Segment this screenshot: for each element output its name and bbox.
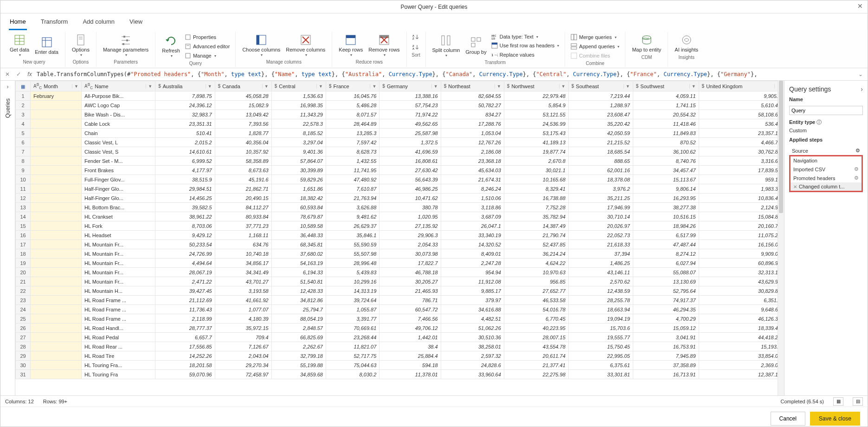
cell[interactable]: 30,205.27: [379, 277, 441, 286]
cell[interactable]: 1,442.01: [379, 333, 441, 342]
cell[interactable]: 18,663.94: [568, 305, 633, 314]
merge-queries-button[interactable]: Merge queries▾: [569, 33, 621, 41]
column-header-germany[interactable]: $Germany▼: [379, 81, 441, 91]
cell[interactable]: 54,016.78: [504, 305, 568, 314]
cell[interactable]: 16,156.05: [699, 240, 784, 249]
column-header-southwest[interactable]: $Southwest▼: [633, 81, 699, 91]
cell[interactable]: HL Road Frame ...: [82, 296, 155, 305]
cell[interactable]: [31, 119, 82, 129]
cell[interactable]: 34,856.17: [215, 259, 271, 268]
info-icon[interactable]: ⓘ: [817, 119, 822, 125]
cell[interactable]: 21,674.31: [441, 175, 504, 184]
cell[interactable]: 18,201.58: [155, 361, 215, 370]
cell[interactable]: 20,026.97: [568, 221, 633, 231]
cell[interactable]: 46,986.25: [379, 184, 441, 194]
row-number[interactable]: 21: [16, 277, 31, 286]
cell[interactable]: 959.14: [699, 175, 784, 184]
cell[interactable]: 5,854.9: [504, 101, 568, 110]
cell[interactable]: 22,995.05: [568, 351, 633, 361]
cell[interactable]: 55,590.59: [326, 240, 379, 249]
cell[interactable]: 35,782.94: [504, 212, 568, 221]
cell[interactable]: 5,439.83: [326, 268, 379, 277]
cell[interactable]: 23,268.44: [326, 333, 379, 342]
cell[interactable]: 14,320.52: [441, 240, 504, 249]
keep-rows-button[interactable]: Keep rows▾: [336, 33, 366, 58]
cell[interactable]: 7,466.56: [379, 314, 441, 323]
cell[interactable]: 25,884.4: [379, 351, 441, 361]
cell[interactable]: 35,211.25: [568, 194, 633, 203]
cell[interactable]: 60,593.84: [271, 203, 326, 212]
column-filter-icon[interactable]: ▼: [316, 84, 323, 89]
cell[interactable]: 1,020.95: [379, 212, 441, 221]
first-row-headers-button[interactable]: Use first row as headers▾: [489, 41, 561, 50]
cell[interactable]: 51,062.26: [441, 323, 504, 333]
cell[interactable]: 27,135.92: [379, 221, 441, 231]
table-row[interactable]: 26HL Road Handl...28,777.3735,972.152,84…: [16, 323, 784, 333]
cell[interactable]: 1,055.87: [326, 305, 379, 314]
cell[interactable]: Half-Finger Glo...: [82, 184, 155, 194]
cell[interactable]: 66,825.69: [271, 333, 326, 342]
cell[interactable]: 2,570.62: [568, 277, 633, 286]
cell[interactable]: 34,859.68: [271, 370, 326, 379]
cell[interactable]: 42,050.59: [568, 129, 633, 138]
cell[interactable]: 27,630.42: [379, 166, 441, 175]
table-row[interactable]: 28HL Road Rear ...17,556.857,126.672,262…: [16, 342, 784, 351]
cell[interactable]: 22,578.3: [271, 119, 326, 129]
cell[interactable]: 8,673.63: [215, 166, 271, 175]
table-row[interactable]: 18HL Mountain Fr...24,726.9910,740.1837,…: [16, 249, 784, 259]
cell[interactable]: 6,027.94: [633, 259, 699, 268]
cell[interactable]: 10,970.63: [504, 268, 568, 277]
cell[interactable]: [31, 351, 82, 361]
row-number[interactable]: 22: [16, 286, 31, 296]
advanced-editor-button[interactable]: Advanced editor: [183, 42, 232, 51]
cell[interactable]: 3,976.2: [568, 184, 633, 194]
table-row[interactable]: 2AWC Logo Cap24,396.1215,082.916,998.355…: [16, 101, 784, 110]
cell[interactable]: 34,812.86: [271, 296, 326, 305]
cell[interactable]: [31, 333, 82, 342]
table-row[interactable]: 24HL Road Frame ...11,736.431,077.0725,7…: [16, 305, 784, 314]
cell[interactable]: 30,710.14: [568, 212, 633, 221]
cell[interactable]: [31, 240, 82, 249]
row-number[interactable]: 14: [16, 212, 31, 221]
cell[interactable]: 16,738.88: [504, 194, 568, 203]
table-row[interactable]: 30HL Touring Fra...18,201.5829,270.3455,…: [16, 361, 784, 370]
cell[interactable]: 2,369.02: [699, 361, 784, 370]
ai-insights-button[interactable]: AI insights: [672, 33, 701, 54]
cell[interactable]: 4,180.39: [215, 314, 271, 323]
cell[interactable]: [31, 184, 82, 194]
cell[interactable]: All-Purpose Bik...: [82, 91, 155, 101]
cell[interactable]: 43,146.11: [568, 268, 633, 277]
cell[interactable]: 1,983.31: [699, 184, 784, 194]
manage-parameters-button[interactable]: Manage parameters▾: [100, 33, 151, 58]
formula-cancel-icon[interactable]: ✕: [3, 70, 12, 78]
column-header-canada[interactable]: $Canada▼: [215, 81, 271, 91]
cell[interactable]: 20,554.32: [633, 110, 699, 119]
cell[interactable]: 594.18: [379, 361, 441, 370]
split-column-button[interactable]: Split column▾: [430, 33, 463, 59]
row-number[interactable]: 6: [16, 138, 31, 147]
cell[interactable]: 62,001.16: [568, 166, 633, 175]
cell[interactable]: 33,960.64: [441, 370, 504, 379]
cell[interactable]: 4,059.11: [633, 91, 699, 101]
cell[interactable]: 39,427.45: [155, 286, 215, 296]
cell[interactable]: 4,466.78: [699, 138, 784, 147]
append-queries-button[interactable]: Append queries▾: [569, 42, 621, 51]
column-header-france[interactable]: $France▼: [326, 81, 379, 91]
cell[interactable]: 35,220.42: [568, 119, 633, 129]
cell[interactable]: 55,507.98: [326, 249, 379, 259]
cell[interactable]: 25,794.7: [271, 305, 326, 314]
cell[interactable]: [31, 305, 82, 314]
cell[interactable]: 52,437.85: [504, 240, 568, 249]
cell[interactable]: 29,270.34: [215, 361, 271, 370]
cell[interactable]: 45,058.28: [215, 91, 271, 101]
cell[interactable]: 24,726.99: [155, 249, 215, 259]
cell[interactable]: 26,629.37: [326, 221, 379, 231]
cell[interactable]: 9,648.64: [699, 305, 784, 314]
cell[interactable]: 8,185.52: [271, 129, 326, 138]
cell[interactable]: 8,740.76: [633, 156, 699, 166]
row-number[interactable]: 2: [16, 101, 31, 110]
cell[interactable]: 41,661.92: [215, 296, 271, 305]
cell[interactable]: 30,073.98: [379, 249, 441, 259]
cell[interactable]: 19,555.77: [568, 333, 633, 342]
row-number[interactable]: 19: [16, 259, 31, 268]
